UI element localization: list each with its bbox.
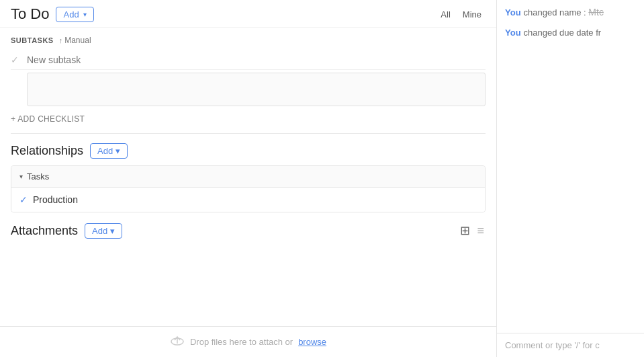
add-button[interactable]: Add ▾ [56, 7, 93, 22]
activity-old-value-1: Mtc [588, 7, 604, 17]
section-divider [11, 133, 486, 134]
activity-content: You changed name : Mtc You changed due d… [497, 0, 644, 333]
sort-button[interactable]: ↑ Manual [59, 36, 91, 45]
subtask-input[interactable] [27, 54, 486, 65]
header: To Do Add ▾ All Mine [0, 0, 496, 28]
sort-arrow-icon: ↑ [59, 36, 63, 44]
subtasks-header: SUBTASKS ↑ Manual [11, 36, 486, 45]
att-chevron-icon: ▾ [110, 226, 115, 236]
subtasks-label: SUBTASKS [11, 36, 54, 44]
activity-text-1: changed name : [523, 7, 588, 17]
header-left: To Do Add ▾ [11, 5, 94, 23]
relationships-add-button[interactable]: Add ▾ [90, 143, 128, 159]
add-checklist-button[interactable]: + ADD CHECKLIST [11, 114, 85, 124]
activity-text-2: changed due date fr [523, 28, 601, 38]
tasks-group: ▾ Tasks ✓ Production [11, 165, 486, 212]
list-icon: ≡ [477, 224, 484, 237]
main-panel: To Do Add ▾ All Mine SUBTASKS ↑ Manual [0, 0, 497, 357]
browse-link[interactable]: browse [298, 337, 326, 347]
comment-placeholder: Comment or type '/' for c [505, 340, 600, 350]
activity-item: You changed name : Mtc [505, 7, 636, 17]
subtask-input-row: ✓ [11, 50, 486, 70]
table-row: ✓ Production [11, 188, 485, 212]
task-check-icon: ✓ [19, 194, 28, 205]
attachments-header: Attachments Add ▾ ⊞ ≡ [11, 222, 486, 239]
list-view-button[interactable]: ≡ [475, 223, 486, 239]
tasks-group-header[interactable]: ▾ Tasks [11, 166, 485, 188]
attachments-left: Attachments Add ▾ [11, 223, 122, 239]
right-footer: Comment or type '/' for c [497, 333, 644, 357]
header-right: All Mine [436, 8, 486, 21]
filter-mine-button[interactable]: Mine [459, 8, 486, 21]
rel-chevron-icon: ▾ [116, 146, 120, 156]
upload-icon [170, 333, 185, 350]
view-toggle: ⊞ ≡ [459, 222, 486, 239]
activity-you-1: You [505, 7, 521, 17]
filter-all-button[interactable]: All [436, 8, 454, 21]
chevron-down-icon: ▾ [83, 11, 87, 18]
attachments-title: Attachments [11, 224, 78, 238]
footer-drop-zone: Drop files here to attach or browse [0, 326, 496, 357]
relationships-title: Relationships [11, 144, 83, 158]
grid-view-button[interactable]: ⊞ [459, 222, 471, 239]
subtask-textarea [27, 73, 486, 106]
activity-item-2: You changed due date fr [505, 27, 636, 38]
task-label: Production [33, 194, 78, 205]
content-area: SUBTASKS ↑ Manual ✓ + ADD CHECKLIST Rela… [0, 28, 496, 326]
attachments-section: Attachments Add ▾ ⊞ ≡ [11, 222, 486, 239]
tasks-group-label: Tasks [27, 171, 49, 182]
activity-you-2: You [505, 28, 521, 38]
attachments-add-button[interactable]: Add ▾ [85, 223, 122, 239]
collapse-icon: ▾ [19, 173, 23, 180]
check-icon: ✓ [11, 54, 21, 65]
grid-icon: ⊞ [460, 224, 470, 237]
drop-text: Drop files here to attach or [190, 337, 293, 347]
right-panel: You changed name : Mtc You changed due d… [497, 0, 644, 357]
sort-label: Manual [64, 36, 91, 45]
relationships-header: Relationships Add ▾ [11, 143, 486, 159]
page-title: To Do [11, 5, 49, 23]
